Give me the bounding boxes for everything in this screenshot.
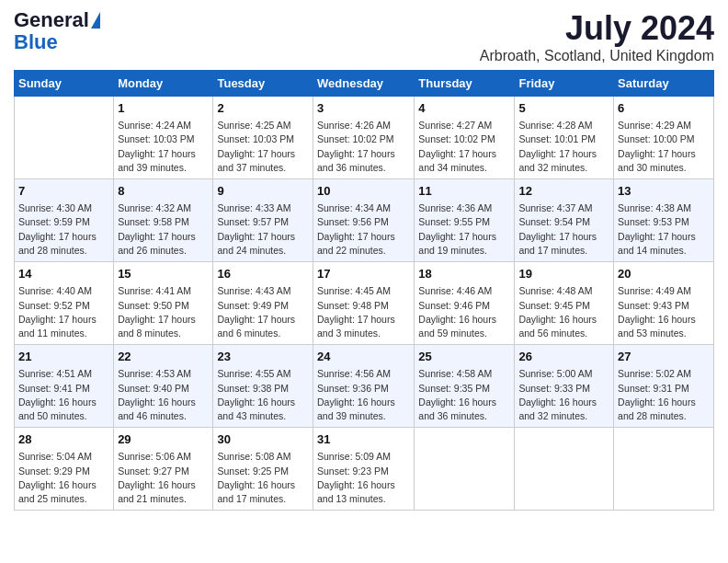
day-number: 4 [418,100,510,117]
day-number: 22 [118,349,209,365]
cell-content: Sunrise: 5:08 AM Sunset: 9:25 PM Dayligh… [217,450,309,506]
calendar-cell [515,428,614,511]
calendar-cell: 10Sunrise: 4:34 AM Sunset: 9:56 PM Dayli… [313,179,415,262]
day-number: 15 [118,266,209,282]
calendar-cell: 15Sunrise: 4:41 AM Sunset: 9:50 PM Dayli… [114,262,213,345]
calendar-week-row: 21Sunrise: 4:51 AM Sunset: 9:41 PM Dayli… [15,345,714,428]
calendar-cell: 5Sunrise: 4:28 AM Sunset: 10:01 PM Dayli… [515,97,614,179]
calendar-cell: 26Sunrise: 5:00 AM Sunset: 9:33 PM Dayli… [515,345,614,428]
calendar-cell: 21Sunrise: 4:51 AM Sunset: 9:41 PM Dayli… [15,345,114,428]
day-number: 1 [118,100,209,117]
cell-content: Sunrise: 4:27 AM Sunset: 10:02 PM Daylig… [418,119,510,175]
page-header: General Blue July 2024 Arbroath, Scotlan… [14,9,714,64]
logo: General Blue [14,9,100,53]
day-number: 8 [118,183,209,200]
calendar-cell: 14Sunrise: 4:40 AM Sunset: 9:52 PM Dayli… [15,262,114,345]
calendar-cell [415,428,515,511]
calendar-week-row: 1Sunrise: 4:24 AM Sunset: 10:03 PM Dayli… [15,97,714,179]
cell-content: Sunrise: 5:02 AM Sunset: 9:31 PM Dayligh… [618,367,710,423]
calendar-header-row: SundayMondayTuesdayWednesdayThursdayFrid… [15,71,714,97]
calendar-cell: 3Sunrise: 4:26 AM Sunset: 10:02 PM Dayli… [313,97,415,179]
calendar-cell: 19Sunrise: 4:48 AM Sunset: 9:45 PM Dayli… [515,262,614,345]
day-number: 10 [317,183,410,200]
cell-content: Sunrise: 4:38 AM Sunset: 9:53 PM Dayligh… [618,201,710,258]
cell-content: Sunrise: 4:58 AM Sunset: 9:35 PM Dayligh… [418,367,510,423]
cell-content: Sunrise: 4:25 AM Sunset: 10:03 PM Daylig… [217,119,309,175]
day-number: 7 [18,183,109,200]
cell-content: Sunrise: 4:45 AM Sunset: 9:48 PM Dayligh… [317,284,410,340]
calendar-cell: 27Sunrise: 5:02 AM Sunset: 9:31 PM Dayli… [614,345,714,428]
title-block: July 2024 Arbroath, Scotland, United Kin… [480,9,714,64]
day-number: 31 [317,431,410,448]
cell-content: Sunrise: 4:41 AM Sunset: 9:50 PM Dayligh… [118,284,209,340]
calendar-cell: 7Sunrise: 4:30 AM Sunset: 9:59 PM Daylig… [15,179,114,262]
cell-content: Sunrise: 5:06 AM Sunset: 9:27 PM Dayligh… [118,450,209,506]
day-number: 23 [217,349,309,365]
weekday-header: Tuesday [213,71,313,97]
day-number: 24 [317,349,410,365]
cell-content: Sunrise: 4:32 AM Sunset: 9:58 PM Dayligh… [118,201,209,258]
cell-content: Sunrise: 4:30 AM Sunset: 9:59 PM Dayligh… [18,201,109,258]
weekday-header: Friday [515,71,614,97]
cell-content: Sunrise: 5:09 AM Sunset: 9:23 PM Dayligh… [317,450,410,506]
calendar-cell: 6Sunrise: 4:29 AM Sunset: 10:00 PM Dayli… [614,97,714,179]
calendar-cell: 24Sunrise: 4:56 AM Sunset: 9:36 PM Dayli… [313,345,415,428]
cell-content: Sunrise: 4:55 AM Sunset: 9:38 PM Dayligh… [217,367,309,423]
calendar-cell: 22Sunrise: 4:53 AM Sunset: 9:40 PM Dayli… [114,345,213,428]
day-number: 2 [217,100,309,117]
calendar-cell: 29Sunrise: 5:06 AM Sunset: 9:27 PM Dayli… [114,428,213,511]
weekday-header: Thursday [415,71,515,97]
calendar-cell [614,428,714,511]
calendar-table: SundayMondayTuesdayWednesdayThursdayFrid… [14,70,714,511]
day-number: 3 [317,100,410,117]
day-number: 25 [418,349,510,365]
calendar-week-row: 7Sunrise: 4:30 AM Sunset: 9:59 PM Daylig… [15,179,714,262]
day-number: 12 [518,183,609,200]
calendar-cell: 18Sunrise: 4:46 AM Sunset: 9:46 PM Dayli… [415,262,515,345]
calendar-cell: 30Sunrise: 5:08 AM Sunset: 9:25 PM Dayli… [213,428,313,511]
day-number: 17 [317,266,410,282]
weekday-header: Sunday [15,71,114,97]
logo-general: General [14,9,89,31]
calendar-cell: 1Sunrise: 4:24 AM Sunset: 10:03 PM Dayli… [114,97,213,179]
calendar-cell: 25Sunrise: 4:58 AM Sunset: 9:35 PM Dayli… [415,345,515,428]
calendar-cell: 2Sunrise: 4:25 AM Sunset: 10:03 PM Dayli… [213,97,313,179]
day-number: 29 [118,431,209,448]
calendar-cell [15,97,114,179]
day-number: 28 [18,431,109,448]
weekday-header: Saturday [614,71,714,97]
day-number: 27 [618,349,710,365]
calendar-cell: 11Sunrise: 4:36 AM Sunset: 9:55 PM Dayli… [415,179,515,262]
cell-content: Sunrise: 4:26 AM Sunset: 10:02 PM Daylig… [317,119,410,175]
day-number: 11 [418,183,510,200]
subtitle: Arbroath, Scotland, United Kingdom [480,48,714,64]
day-number: 19 [518,266,609,282]
cell-content: Sunrise: 4:56 AM Sunset: 9:36 PM Dayligh… [317,367,410,423]
day-number: 5 [518,100,609,117]
cell-content: Sunrise: 5:04 AM Sunset: 9:29 PM Dayligh… [18,450,109,506]
calendar-cell: 20Sunrise: 4:49 AM Sunset: 9:43 PM Dayli… [614,262,714,345]
calendar-cell: 17Sunrise: 4:45 AM Sunset: 9:48 PM Dayli… [313,262,415,345]
calendar-cell: 13Sunrise: 4:38 AM Sunset: 9:53 PM Dayli… [614,179,714,262]
cell-content: Sunrise: 4:51 AM Sunset: 9:41 PM Dayligh… [18,367,109,423]
calendar-cell: 9Sunrise: 4:33 AM Sunset: 9:57 PM Daylig… [213,179,313,262]
cell-content: Sunrise: 4:49 AM Sunset: 9:43 PM Dayligh… [618,284,710,340]
calendar-cell: 8Sunrise: 4:32 AM Sunset: 9:58 PM Daylig… [114,179,213,262]
day-number: 30 [217,431,309,448]
cell-content: Sunrise: 4:34 AM Sunset: 9:56 PM Dayligh… [317,201,410,258]
cell-content: Sunrise: 4:48 AM Sunset: 9:45 PM Dayligh… [518,284,609,340]
day-number: 26 [518,349,609,365]
main-title: July 2024 [480,9,714,48]
cell-content: Sunrise: 4:46 AM Sunset: 9:46 PM Dayligh… [418,284,510,340]
cell-content: Sunrise: 4:40 AM Sunset: 9:52 PM Dayligh… [18,284,109,340]
day-number: 13 [618,183,710,200]
day-number: 16 [217,266,309,282]
cell-content: Sunrise: 4:43 AM Sunset: 9:49 PM Dayligh… [217,284,309,340]
day-number: 14 [18,266,109,282]
calendar-week-row: 14Sunrise: 4:40 AM Sunset: 9:52 PM Dayli… [15,262,714,345]
calendar-cell: 23Sunrise: 4:55 AM Sunset: 9:38 PM Dayli… [213,345,313,428]
cell-content: Sunrise: 4:37 AM Sunset: 9:54 PM Dayligh… [518,201,609,258]
cell-content: Sunrise: 4:29 AM Sunset: 10:00 PM Daylig… [618,119,710,175]
cell-content: Sunrise: 5:00 AM Sunset: 9:33 PM Dayligh… [518,367,609,423]
cell-content: Sunrise: 4:53 AM Sunset: 9:40 PM Dayligh… [118,367,209,423]
